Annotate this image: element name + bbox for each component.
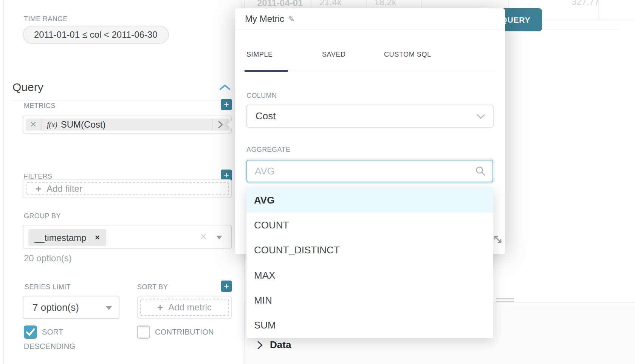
bg-cell-value: 21.4k [319, 0, 342, 8]
sort-by-placeholder: Add metric [168, 302, 212, 313]
remove-metric-icon[interactable]: ✕ [26, 119, 42, 131]
edit-name-pencil-icon[interactable]: ✎ [288, 14, 295, 24]
series-limit-value: 7 option(s) [33, 302, 79, 313]
fx-icon: f(x) [47, 120, 57, 129]
bg-gridline [542, 29, 618, 30]
aggregate-search-input[interactable] [246, 160, 493, 182]
group-by-tag[interactable]: __timestamp ✕ [28, 229, 106, 246]
series-limit-select[interactable]: 7 option(s) [23, 296, 119, 319]
panel-left-border [3, 0, 4, 364]
add-sort-metric-plus-button[interactable]: + [221, 281, 232, 292]
chevron-right-icon [257, 340, 263, 350]
contribution-checkbox[interactable] [137, 325, 150, 339]
filters-field: + Add filter [23, 179, 232, 198]
add-metric-plus-button[interactable]: + [221, 99, 232, 110]
bg-gridline [598, 0, 599, 20]
aggregate-dropdown: AVG COUNT COUNT_DISTINCT MAX MIN SUM [246, 188, 493, 338]
chevron-up-icon [219, 84, 231, 91]
column-select[interactable]: Cost [246, 105, 494, 128]
popover-header: My Metric ✎ [235, 8, 505, 30]
sort-by-field: + Add metric [137, 296, 232, 319]
group-by-options-hint: 20 option(s) [24, 253, 72, 264]
remove-tag-icon[interactable]: ✕ [94, 234, 100, 242]
plus-icon: + [157, 302, 163, 312]
add-filter-placeholder: Add filter [46, 184, 82, 194]
bg-cell-value: 327.77 [572, 0, 599, 7]
series-limit-label: SERIES LIMIT [25, 283, 71, 291]
dropdown-option-avg[interactable]: AVG [246, 188, 493, 213]
explore-view: 2011-04-01 00:00:00 21.4k 18.2k 327.77 D… [0, 0, 635, 364]
add-sort-metric-dropzone[interactable]: + Add metric [140, 299, 229, 316]
dropdown-option-count[interactable]: COUNT [246, 213, 493, 238]
sort-descending-checkbox[interactable] [24, 325, 37, 339]
query-section-title: Query [12, 81, 43, 94]
splitter-handle[interactable] [496, 301, 514, 302]
aggregate-field [246, 160, 493, 182]
data-panel-title: Data [270, 339, 291, 351]
bg-gridline [366, 0, 367, 7]
metrics-field: ✕ f(x) SUM(Cost) [23, 116, 232, 134]
bg-cell-value: 18.2k [374, 0, 396, 8]
chevron-right-icon [218, 120, 223, 129]
aggregate-label: AGGREGATE [246, 146, 290, 154]
tab-simple[interactable]: SIMPLE [246, 51, 273, 59]
check-icon [24, 325, 37, 339]
sort-descending-control: SORT DESCENDING [24, 325, 92, 353]
add-filter-dropzone[interactable]: + Add filter [26, 182, 229, 195]
splitter-handle[interactable] [496, 298, 514, 299]
contribution-label: CONTRIBUTION [155, 328, 214, 336]
tab-saved[interactable]: SAVED [322, 51, 346, 59]
time-range-pill[interactable]: 2011-01-01 ≤ col < 2011-06-30 [23, 26, 169, 44]
dropdown-option-sum[interactable]: SUM [246, 313, 493, 338]
search-icon [475, 166, 486, 176]
caret-down-icon[interactable] [216, 236, 222, 239]
section-divider [12, 100, 232, 100]
tab-custom-sql[interactable]: CUSTOM SQL [384, 51, 431, 59]
metric-name[interactable]: f(x) SUM(Cost) [42, 119, 213, 131]
dropdown-option-max[interactable]: MAX [246, 263, 493, 288]
data-panel-header[interactable]: Data [257, 339, 291, 351]
open-metric-popover-button[interactable] [213, 119, 229, 131]
column-label: COLUMN [246, 92, 277, 100]
sort-by-label: SORT BY [137, 283, 168, 291]
metric-pill: ✕ f(x) SUM(Cost) [26, 119, 229, 131]
active-tab-indicator [245, 70, 288, 72]
group-by-tag-label: __timestamp [34, 233, 86, 243]
bg-gridline [421, 0, 422, 7]
time-range-label: TIME RANGE [24, 15, 68, 23]
time-range-value: 2011-01-01 ≤ col < 2011-06-30 [34, 29, 158, 40]
metric-expression: SUM(Cost) [61, 119, 106, 130]
group-by-label: GROUP BY [24, 212, 61, 220]
popover-title: My Metric [245, 14, 284, 24]
metrics-label: METRICS [24, 102, 56, 110]
clear-all-icon[interactable]: ✕ [200, 232, 207, 242]
caret-down-icon [106, 306, 112, 310]
contribution-control: CONTRIBUTION [137, 325, 254, 339]
bg-gridline [311, 0, 311, 7]
dropdown-option-count-distinct[interactable]: COUNT_DISTINCT [246, 238, 493, 263]
group-by-select[interactable]: __timestamp ✕ ✕ [23, 225, 232, 249]
chevron-down-icon [476, 114, 485, 119]
column-value: Cost [256, 110, 276, 122]
bg-gridline [241, 0, 242, 8]
plus-icon: + [36, 184, 41, 194]
resize-expand-icon[interactable] [493, 234, 503, 245]
dropdown-option-min[interactable]: MIN [246, 288, 493, 313]
collapse-section-button[interactable] [219, 84, 231, 91]
